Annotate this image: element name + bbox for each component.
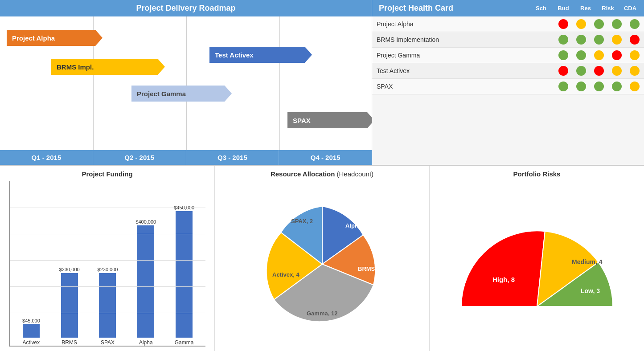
dot-alpha-bud: [576, 19, 586, 29]
dot-alpha-cda: [630, 19, 640, 29]
dot-brms-risk: [612, 35, 622, 45]
health-row-activex-dots: [558, 66, 640, 76]
health-row-activex-name: Test Activex: [377, 67, 558, 74]
bar-col-spax: $230,000 SPAX: [89, 267, 127, 346]
portfolio-risk-chart: High, 8 Medium, 4 Low, 3: [452, 213, 622, 315]
bar-label-activex: $45,000: [22, 318, 40, 323]
bar-spax: SPAX: [287, 112, 372, 128]
grid-line-q3: [279, 16, 280, 150]
bar-label-alpha: $400,000: [135, 219, 156, 224]
health-row-spax-name: SPAX: [377, 83, 558, 90]
bottom-section: Project Funding $45,000 Activex: [0, 165, 644, 351]
bar-label-brms: $230,000: [59, 267, 80, 272]
funding-title: Project Funding: [82, 170, 132, 178]
col-risk: Risk: [601, 5, 615, 12]
label-spax: SPAX, 2: [291, 218, 313, 224]
dot-activex-bud: [576, 66, 586, 76]
quarter-q2: Q2 - 2015: [93, 150, 186, 165]
bar-activex-label: Test Activex: [215, 51, 254, 59]
quarter-q3: Q3 - 2015: [186, 150, 279, 165]
portfolio-title: Portfolio Risks: [513, 170, 561, 178]
bar-project-alpha: Project Alpha: [7, 30, 103, 46]
health-row-gamma-name: Project Gamma: [377, 52, 558, 59]
dot-alpha-res: [594, 19, 604, 29]
bar-test-activex: Test Activex: [209, 47, 312, 63]
dot-brms-cda: [630, 35, 640, 45]
label-activex: Activex, 4: [272, 271, 299, 278]
gantt-area: Project Alpha BRMS Impl. Project Gamma T…: [0, 16, 372, 150]
dot-brms-res: [594, 35, 604, 45]
slice-high: [461, 231, 545, 306]
bar-gamma-label: Project Gamma: [137, 90, 186, 98]
top-section: Project Delivery Roadmap Project Alpha B…: [0, 0, 644, 165]
dot-gamma-risk: [612, 50, 622, 60]
quarter-q4: Q4 - 2015: [279, 150, 372, 165]
bar-col-activex: $45,000 Activex: [12, 318, 50, 346]
health-row-brms: BRMS Implementation: [372, 32, 644, 48]
resource-title: Resource Allocation (Headcount): [271, 170, 373, 178]
col-bud: Bud: [556, 5, 570, 12]
dot-activex-sch: [558, 66, 568, 76]
portfolio-panel: Portfolio Risks High, 8 Medium, 4 Low, 3: [430, 166, 644, 351]
bar-rect-brms: [61, 273, 78, 338]
label-medium: Medium, 4: [572, 258, 603, 265]
resource-panel: Resource Allocation (Headcount): [215, 166, 430, 351]
dot-spax-sch: [558, 82, 568, 91]
dot-gamma-cda: [630, 50, 640, 60]
label-gamma: Gamma, 12: [307, 310, 337, 317]
dot-brms-bud: [576, 35, 586, 45]
dot-activex-risk: [612, 66, 622, 76]
health-row-alpha-dots: [558, 19, 640, 29]
quarter-q1: Q1 - 2015: [0, 150, 93, 165]
bar-rect-alpha: [137, 225, 154, 338]
bar-xlabel-activex: Activex: [23, 339, 40, 346]
bar-xlabel-brms: BRMS: [62, 339, 77, 346]
dot-activex-cda: [630, 66, 640, 76]
bar-project-gamma: Project Gamma: [131, 86, 232, 102]
health-row-alpha: Project Alpha: [372, 16, 644, 32]
dot-spax-res: [594, 82, 604, 91]
bar-xlabel-gamma: Gamma: [175, 339, 194, 346]
dot-activex-res: [594, 66, 604, 76]
health-row-spax: SPAX: [372, 79, 644, 94]
dashboard: Project Delivery Roadmap Project Alpha B…: [0, 0, 644, 351]
bar-col-alpha: $400,000 Alpha: [127, 219, 165, 346]
bar-xlabel-spax: SPAX: [101, 339, 115, 346]
health-body: Project Alpha BRMS Implementation: [372, 16, 644, 165]
health-row-activex: Test Activex: [372, 63, 644, 79]
label-low: Low, 3: [581, 287, 600, 294]
dot-alpha-risk: [612, 19, 622, 29]
health-title: Project Health Card: [379, 4, 453, 13]
bar-xlabel-alpha: Alpha: [139, 339, 153, 346]
label-high: High, 8: [492, 276, 515, 283]
funding-panel: Project Funding $45,000 Activex: [0, 166, 215, 351]
health-row-gamma-dots: [558, 50, 640, 60]
label-brms: BRMS, 5: [358, 265, 381, 272]
bar-alpha-label: Project Alpha: [12, 34, 55, 42]
bar-brms: BRMS Impl.: [51, 59, 165, 75]
health-header: Project Health Card Sch Bud Res Risk CDA: [372, 0, 644, 16]
dot-brms-sch: [558, 35, 568, 45]
health-row-alpha-name: Project Alpha: [377, 20, 558, 28]
health-panel: Project Health Card Sch Bud Res Risk CDA…: [372, 0, 644, 165]
dot-alpha-sch: [558, 19, 568, 29]
quarter-bar: Q1 - 2015 Q2 - 2015 Q3 - 2015 Q4 - 2015: [0, 150, 372, 165]
bar-label-spax: $230,000: [98, 267, 118, 272]
health-row-brms-name: BRMS Implementation: [377, 36, 558, 43]
bar-rect-spax: [99, 273, 116, 338]
health-row-gamma: Project Gamma: [372, 48, 644, 63]
col-cda: CDA: [623, 5, 637, 12]
resource-pie-chart: Alpha, 4 BRMS, 5 Gamma, 12 Activex, 4 SP…: [255, 197, 389, 331]
health-row-spax-dots: [558, 82, 640, 91]
dot-gamma-bud: [576, 50, 586, 60]
dot-spax-risk: [612, 82, 622, 91]
bar-brms-label: BRMS Impl.: [57, 63, 94, 71]
dot-spax-cda: [630, 82, 640, 91]
bar-col-brms: $230,000 BRMS: [50, 267, 89, 346]
label-alpha: Alpha, 4: [345, 222, 368, 229]
grid-line-q2: [186, 16, 187, 150]
health-row-brms-dots: [558, 35, 640, 45]
col-sch: Sch: [534, 5, 548, 12]
bar-rect-activex: [23, 324, 40, 338]
health-columns: Sch Bud Res Risk CDA: [534, 5, 637, 12]
